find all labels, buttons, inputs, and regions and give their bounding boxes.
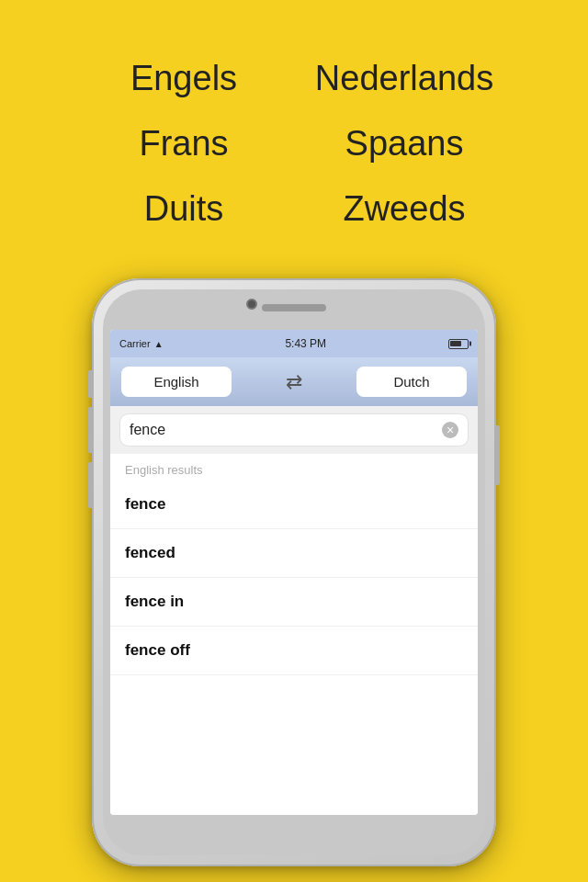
battery-icon bbox=[448, 339, 469, 349]
phone-screen: Carrier ▲ 5:43 PM English ⇄ Dutch bbox=[110, 330, 478, 815]
mute-button bbox=[88, 370, 92, 398]
lang-item-frans[interactable]: Frans bbox=[74, 111, 294, 176]
target-language-button[interactable]: Dutch bbox=[356, 367, 467, 397]
shuffle-button[interactable]: ⇄ bbox=[281, 370, 307, 394]
result-item[interactable]: fence bbox=[110, 481, 478, 529]
status-bar: Carrier ▲ 5:43 PM bbox=[110, 330, 478, 357]
camera-icon bbox=[246, 299, 257, 310]
speaker-grille bbox=[262, 304, 326, 311]
status-left: Carrier ▲ bbox=[119, 338, 164, 349]
shuffle-icon: ⇄ bbox=[286, 370, 302, 393]
volume-up-button bbox=[88, 407, 92, 453]
lang-item-duits[interactable]: Duits bbox=[74, 176, 294, 242]
lang-item-spaans[interactable]: Spaans bbox=[294, 111, 514, 176]
clear-button[interactable] bbox=[442, 422, 458, 438]
results-label: English results bbox=[110, 454, 478, 481]
phone-outer-shell: Carrier ▲ 5:43 PM English ⇄ Dutch bbox=[92, 278, 496, 866]
power-button bbox=[496, 425, 500, 485]
source-language-button[interactable]: English bbox=[121, 367, 232, 397]
volume-down-button bbox=[88, 462, 92, 508]
language-grid: Engels Nederlands Frans Spaans Duits Zwe… bbox=[0, 0, 588, 269]
battery-fill bbox=[450, 341, 461, 346]
result-item[interactable]: fence in bbox=[110, 578, 478, 627]
result-item[interactable]: fence off bbox=[110, 627, 478, 675]
wifi-icon: ▲ bbox=[154, 339, 164, 349]
search-input[interactable]: fence bbox=[130, 422, 442, 438]
status-right bbox=[448, 339, 469, 349]
phone-mockup: Carrier ▲ 5:43 PM English ⇄ Dutch bbox=[92, 278, 496, 866]
search-area: fence bbox=[110, 406, 478, 454]
search-input-wrap: fence bbox=[119, 413, 469, 447]
carrier-label: Carrier bbox=[119, 338, 151, 349]
results-area: English results fence fenced fence in fe… bbox=[110, 454, 478, 815]
status-time: 5:43 PM bbox=[285, 337, 326, 350]
lang-item-zweeds[interactable]: Zweeds bbox=[294, 176, 514, 242]
result-item[interactable]: fenced bbox=[110, 529, 478, 578]
lang-item-nederlands[interactable]: Nederlands bbox=[294, 46, 514, 111]
language-selector-bar: English ⇄ Dutch bbox=[110, 357, 478, 406]
lang-item-engels[interactable]: Engels bbox=[74, 46, 294, 111]
